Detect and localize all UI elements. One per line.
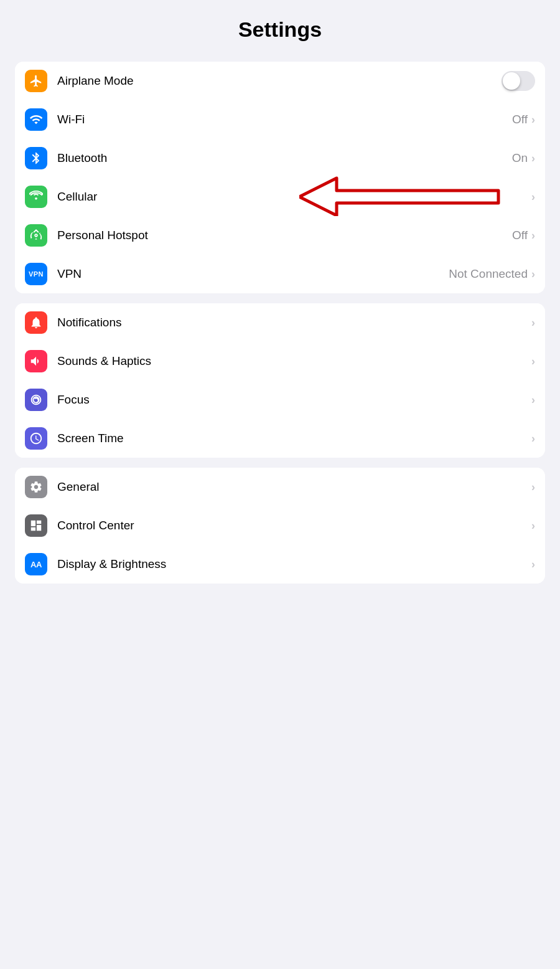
bluetooth-chevron: ›: [531, 152, 535, 165]
display-icon: AA: [25, 553, 47, 575]
cellular-icon: [25, 186, 47, 208]
wifi-value: Off: [512, 113, 528, 126]
display-brightness-row[interactable]: AA Display & Brightness ›: [15, 545, 545, 584]
cellular-row[interactable]: Cellular ›: [15, 177, 545, 216]
control-center-chevron: ›: [531, 519, 535, 532]
screen-time-chevron: ›: [531, 432, 535, 445]
page-title: Settings: [0, 17, 560, 42]
device-group: General › Control Center › AA Display & …: [15, 468, 545, 584]
hotspot-value: Off: [512, 229, 528, 242]
airplane-mode-icon: [25, 70, 47, 92]
wifi-row[interactable]: Wi-Fi Off ›: [15, 100, 545, 139]
vpn-value: Not Connected: [449, 267, 528, 281]
vpn-label: VPN: [57, 267, 449, 281]
vpn-icon-text: VPN: [29, 270, 44, 278]
notifications-row[interactable]: Notifications ›: [15, 303, 545, 342]
control-center-label: Control Center: [57, 519, 531, 532]
screen-time-label: Screen Time: [57, 432, 531, 445]
toggle-knob: [503, 72, 520, 90]
hotspot-icon: [25, 224, 47, 247]
wifi-label: Wi-Fi: [57, 113, 512, 126]
system-group: Notifications › Sounds & Haptics › Focus…: [15, 303, 545, 458]
notifications-icon: [25, 311, 47, 334]
sounds-chevron: ›: [531, 355, 535, 368]
sounds-label: Sounds & Haptics: [57, 354, 531, 368]
screen-time-row[interactable]: Screen Time ›: [15, 419, 545, 458]
focus-row[interactable]: Focus ›: [15, 381, 545, 419]
vpn-row[interactable]: VPN VPN Not Connected ›: [15, 255, 545, 293]
control-center-row[interactable]: Control Center ›: [15, 506, 545, 545]
display-chevron: ›: [531, 558, 535, 571]
vpn-chevron: ›: [531, 268, 535, 281]
display-label: Display & Brightness: [57, 557, 531, 571]
wifi-chevron: ›: [531, 113, 535, 126]
sounds-icon: [25, 350, 47, 372]
airplane-mode-toggle[interactable]: [502, 71, 535, 91]
focus-label: Focus: [57, 393, 531, 407]
vpn-icon: VPN: [25, 263, 47, 285]
focus-chevron: ›: [531, 394, 535, 407]
general-row[interactable]: General ›: [15, 468, 545, 506]
focus-icon: [25, 389, 47, 411]
page-header: Settings: [0, 0, 560, 52]
general-icon: [25, 476, 47, 498]
bluetooth-icon: [25, 147, 47, 169]
hotspot-label: Personal Hotspot: [57, 229, 512, 242]
notifications-chevron: ›: [531, 316, 535, 329]
cellular-label: Cellular: [57, 190, 531, 204]
bluetooth-value: On: [512, 151, 528, 165]
general-label: General: [57, 480, 531, 494]
general-chevron: ›: [531, 481, 535, 494]
sounds-row[interactable]: Sounds & Haptics ›: [15, 342, 545, 381]
bluetooth-row[interactable]: Bluetooth On ›: [15, 139, 545, 177]
airplane-mode-label: Airplane Mode: [57, 74, 502, 88]
airplane-mode-row[interactable]: Airplane Mode: [15, 62, 545, 100]
screen-time-icon: [25, 427, 47, 450]
cellular-chevron: ›: [531, 191, 535, 204]
bluetooth-label: Bluetooth: [57, 151, 512, 165]
wifi-icon: [25, 108, 47, 131]
notifications-label: Notifications: [57, 316, 531, 329]
control-center-icon: [25, 514, 47, 537]
personal-hotspot-row[interactable]: Personal Hotspot Off ›: [15, 216, 545, 255]
connectivity-group: Airplane Mode Wi-Fi Off › Bluetooth On ›: [15, 62, 545, 293]
hotspot-chevron: ›: [531, 229, 535, 242]
